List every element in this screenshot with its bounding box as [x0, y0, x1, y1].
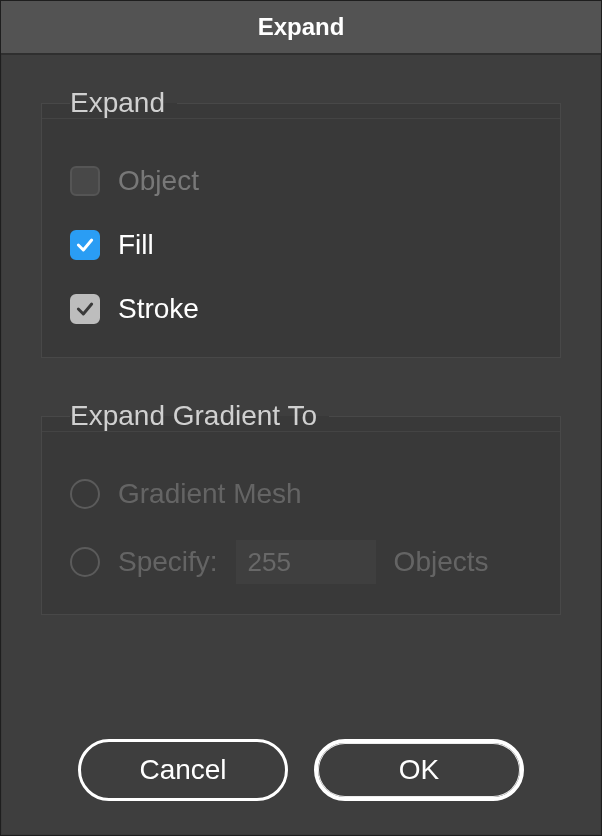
group-expand: Expand Object Fill Stroke [41, 87, 561, 358]
row-fill[interactable]: Fill [70, 227, 532, 263]
label-specify: Specify: [118, 546, 218, 578]
label-gradient-mesh: Gradient Mesh [118, 478, 302, 510]
dialog-titlebar: Expand [1, 1, 601, 55]
checkmark-icon [75, 235, 95, 255]
radio-specify [70, 547, 100, 577]
label-stroke: Stroke [118, 293, 199, 325]
group-expand-legend: Expand [70, 87, 177, 119]
radio-gradient-mesh [70, 479, 100, 509]
input-specify-objects: 255 [236, 540, 376, 584]
row-stroke[interactable]: Stroke [70, 291, 532, 327]
cancel-button-label: Cancel [139, 754, 226, 786]
label-fill: Fill [118, 229, 154, 261]
ok-button-label: OK [399, 754, 439, 786]
checkbox-object [70, 166, 100, 196]
input-specify-value: 255 [248, 547, 291, 578]
row-object: Object [70, 163, 532, 199]
dialog-footer: Cancel OK [1, 739, 601, 801]
checkbox-stroke[interactable] [70, 294, 100, 324]
cancel-button[interactable]: Cancel [78, 739, 288, 801]
row-specify: Specify: 255 Objects [70, 540, 532, 584]
row-gradient-mesh: Gradient Mesh [70, 476, 532, 512]
checkmark-icon [75, 299, 95, 319]
checkbox-fill[interactable] [70, 230, 100, 260]
dialog-body: Expand Object Fill Stroke Expand Gradien… [1, 55, 601, 835]
group-gradient-legend: Expand Gradient To [70, 400, 329, 432]
expand-dialog: Expand Expand Object Fill Stroke [0, 0, 602, 836]
dialog-title: Expand [258, 13, 345, 41]
label-object: Object [118, 165, 199, 197]
ok-button[interactable]: OK [314, 739, 524, 801]
group-gradient: Expand Gradient To Gradient Mesh Specify… [41, 400, 561, 615]
label-specify-suffix: Objects [394, 546, 489, 578]
